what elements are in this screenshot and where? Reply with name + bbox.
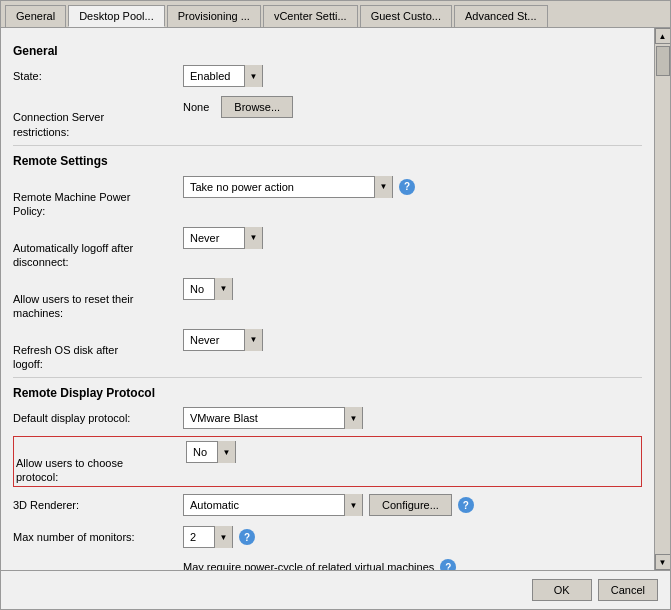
state-label: State: [13,69,183,83]
default-protocol-row: Default display protocol: VMware Blast ▼ [13,404,642,432]
connection-value: None [183,101,209,113]
tab-desktop-pool[interactable]: Desktop Pool... [68,5,165,27]
refresh-value: Never [184,334,244,346]
allow-choose-row: Allow users to choose protocol: No ▼ [16,439,639,484]
tab-vcenter[interactable]: vCenter Setti... [263,5,358,27]
tab-general[interactable]: General [5,5,66,27]
default-protocol-control: VMware Blast ▼ [183,407,363,429]
refresh-dropdown[interactable]: Never ▼ [183,329,263,351]
renderer-dropdown-arrow: ▼ [344,494,362,516]
footer: OK Cancel [1,570,670,609]
connection-row: Connection Server restrictions: None Bro… [13,92,642,139]
renderer-dropdown[interactable]: Automatic ▼ [183,494,363,516]
allow-choose-value: No [187,446,217,458]
general-separator [13,145,642,146]
remote-settings-separator [13,377,642,378]
state-dropdown[interactable]: Enabled ▼ [183,65,263,87]
tab-provisioning[interactable]: Provisioning ... [167,5,261,27]
state-row: State: Enabled ▼ [13,62,642,90]
state-control: Enabled ▼ [183,65,263,87]
ok-button[interactable]: OK [532,579,592,601]
power-help-icon[interactable]: ? [399,179,415,195]
reset-value: No [184,283,214,295]
monitors-dropdown-arrow: ▼ [214,526,232,548]
connection-control: None Browse... [183,96,293,118]
tab-advanced[interactable]: Advanced St... [454,5,548,27]
scroll-content: General State: Enabled ▼ Connec [1,28,654,570]
renderer-control: Automatic ▼ Configure... ? [183,494,474,516]
browse-button[interactable]: Browse... [221,96,293,118]
default-protocol-value: VMware Blast [184,412,344,424]
state-dropdown-arrow: ▼ [244,65,262,87]
reset-control: No ▼ [183,278,233,300]
reset-dropdown-arrow: ▼ [214,278,232,300]
renderer-row: 3D Renderer: Automatic ▼ Configure... ? [13,491,642,519]
power-dropdown[interactable]: Take no power action ▼ [183,176,393,198]
content-area: General State: Enabled ▼ Connec [1,28,670,570]
allow-choose-label: Allow users to choose protocol: [16,441,186,484]
tab-guest-customization[interactable]: Guest Custo... [360,5,452,27]
renderer-value: Automatic [184,499,344,511]
refresh-row: Refresh OS disk after logoff: Never ▼ [13,325,642,372]
scroll-down-button[interactable]: ▼ [655,554,671,570]
renderer-label: 3D Renderer: [13,498,183,512]
logoff-control: Never ▼ [183,227,263,249]
monitors-help-icon[interactable]: ? [239,529,255,545]
reset-label: Allow users to reset their machines: [13,278,183,321]
remote-display-header: Remote Display Protocol [13,386,642,400]
reset-dropdown[interactable]: No ▼ [183,278,233,300]
dialog: General Desktop Pool... Provisioning ...… [0,0,671,610]
monitors-note-container: May require power-cycle of related virtu… [183,559,456,570]
refresh-label: Refresh OS disk after logoff: [13,329,183,372]
power-value: Take no power action [184,181,374,193]
monitors-value: 2 [184,531,214,543]
scroll-up-button[interactable]: ▲ [655,28,671,44]
configure-button[interactable]: Configure... [369,494,452,516]
logoff-label: Automatically logoff after disconnect: [13,227,183,270]
general-section-header: General [13,44,642,58]
monitors-note: May require power-cycle of related virtu… [183,561,434,570]
monitors-control: 2 ▼ ? [183,526,255,548]
state-value: Enabled [184,70,244,82]
renderer-help-icon[interactable]: ? [458,497,474,513]
allow-choose-dropdown-arrow: ▼ [217,441,235,463]
default-protocol-dropdown[interactable]: VMware Blast ▼ [183,407,363,429]
scrollbar[interactable]: ▲ ▼ [654,28,670,570]
power-control: Take no power action ▼ ? [183,176,415,198]
monitors-note-row: May require power-cycle of related virtu… [13,553,642,570]
scrollbar-thumb[interactable] [656,46,670,76]
default-protocol-label: Default display protocol: [13,411,183,425]
power-label: Remote Machine Power Policy: [13,176,183,219]
allow-choose-row-highlighted: Allow users to choose protocol: No ▼ [13,436,642,487]
monitors-note-help-icon[interactable]: ? [440,559,456,570]
refresh-control: Never ▼ [183,329,263,351]
tab-bar: General Desktop Pool... Provisioning ...… [1,1,670,28]
logoff-dropdown[interactable]: Never ▼ [183,227,263,249]
refresh-dropdown-arrow: ▼ [244,329,262,351]
cancel-button[interactable]: Cancel [598,579,658,601]
monitors-row: Max number of monitors: 2 ▼ ? [13,523,642,551]
allow-choose-control: No ▼ [186,441,236,463]
connection-label: Connection Server restrictions: [13,96,183,139]
allow-choose-dropdown[interactable]: No ▼ [186,441,236,463]
monitors-dropdown[interactable]: 2 ▼ [183,526,233,548]
logoff-dropdown-arrow: ▼ [244,227,262,249]
power-row: Remote Machine Power Policy: Take no pow… [13,172,642,219]
default-protocol-dropdown-arrow: ▼ [344,407,362,429]
reset-row: Allow users to reset their machines: No … [13,274,642,321]
logoff-row: Automatically logoff after disconnect: N… [13,223,642,270]
power-dropdown-arrow: ▼ [374,176,392,198]
remote-settings-header: Remote Settings [13,154,642,168]
logoff-value: Never [184,232,244,244]
monitors-label: Max number of monitors: [13,530,183,544]
